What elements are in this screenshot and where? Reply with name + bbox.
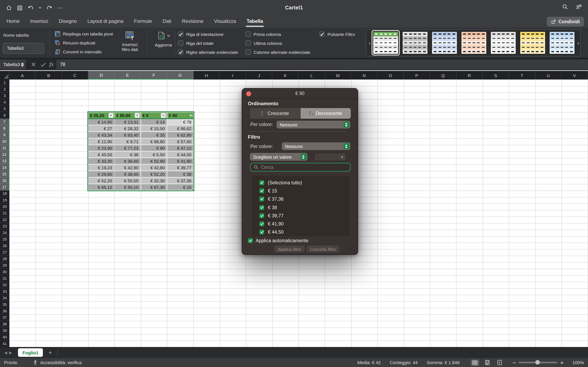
- row-header-14[interactable]: 14: [0, 164, 9, 171]
- row-header-2[interactable]: 2: [0, 86, 9, 92]
- undo-chevron-icon[interactable]: [38, 7, 42, 9]
- table-cell[interactable]: € 38,60: [114, 171, 141, 177]
- sheet-prev-icon[interactable]: ◀: [3, 350, 8, 355]
- row-header-34[interactable]: 34: [0, 295, 9, 301]
- row-header-7[interactable]: 7: [0, 119, 9, 125]
- table-name-input[interactable]: Tabella3: [3, 43, 44, 54]
- table-cell[interactable]: € 90: [141, 145, 167, 151]
- checkbox-checked-icon[interactable]: [259, 180, 264, 185]
- column-header-P[interactable]: P: [404, 71, 430, 80]
- table-cell[interactable]: € 42,80: [141, 164, 167, 171]
- table-cell[interactable]: € 45,50: [88, 151, 114, 158]
- row-header-31[interactable]: 31: [0, 275, 9, 282]
- column-header-L[interactable]: L: [299, 71, 325, 80]
- row-header-20[interactable]: 20: [0, 203, 9, 210]
- auto-apply-checkbox[interactable]: Applica automaticamente: [248, 238, 308, 243]
- column-header-S[interactable]: S: [483, 71, 509, 80]
- checkbox-checked-icon[interactable]: [259, 213, 264, 218]
- column-header-N[interactable]: N: [351, 71, 378, 80]
- table-cell[interactable]: € 67,30: [141, 184, 167, 191]
- table-cell[interactable]: € 41,90: [167, 158, 194, 164]
- row-header-41[interactable]: 41: [0, 341, 9, 347]
- status-average[interactable]: Media: € 42: [357, 360, 381, 365]
- row-header-25[interactable]: 25: [0, 236, 9, 243]
- table-cell[interactable]: € 55,55: [114, 177, 141, 184]
- table-style-orange[interactable]: [461, 31, 487, 54]
- row-header-29[interactable]: 29: [0, 262, 9, 269]
- column-header-T[interactable]: T: [509, 71, 535, 80]
- table-cell[interactable]: € 32,30: [141, 177, 167, 184]
- column-header-C[interactable]: C: [62, 71, 88, 80]
- filter-value-item[interactable]: € 15: [259, 187, 350, 195]
- table-cell[interactable]: € 12,90: [88, 138, 114, 145]
- name-box[interactable]: Tabella3: [0, 59, 26, 69]
- table-cell[interactable]: € 37,36: [167, 177, 194, 184]
- table-cell[interactable]: € 65,12: [88, 184, 114, 191]
- column-header-R[interactable]: R: [456, 71, 483, 80]
- tab-revisione[interactable]: Revisione: [182, 16, 203, 27]
- table-cell[interactable]: € 52,20: [141, 171, 167, 177]
- zoom-in-button[interactable]: +: [561, 359, 563, 366]
- column-header-D[interactable]: D: [88, 71, 114, 80]
- sheet-next-icon[interactable]: ▶: [8, 350, 13, 355]
- refresh-button[interactable]: Aggiorna: [152, 31, 175, 47]
- row-header-26[interactable]: 26: [0, 243, 9, 249]
- confirm-entry-icon[interactable]: [40, 59, 46, 70]
- name-box-stepper-icon[interactable]: [21, 62, 24, 67]
- combo-dropdown-icon[interactable]: ▼: [339, 153, 346, 161]
- table-cell[interactable]: € 15: [167, 184, 194, 191]
- tab-tabella[interactable]: Tabella: [247, 16, 263, 27]
- filter-sort-desc-icon[interactable]: ▾↓: [190, 113, 192, 117]
- row-header-21[interactable]: 21: [0, 210, 9, 217]
- row-header-18[interactable]: 18: [0, 191, 9, 197]
- filter-dropdown-icon[interactable]: ▼: [108, 113, 113, 118]
- option-colonne-alternate-evidenziate[interactable]: Colonne alternate evidenziate: [245, 49, 310, 55]
- add-sheet-button[interactable]: +: [47, 349, 53, 356]
- table-cell[interactable]: € 43,34: [88, 132, 114, 138]
- table-cell[interactable]: € 39,77: [167, 164, 194, 171]
- table-header-cell[interactable]: € 25,25▼: [88, 112, 114, 119]
- gallery-prev-icon[interactable]: ‹: [366, 40, 373, 46]
- table-cell[interactable]: € 52,20: [88, 177, 114, 184]
- filter-value-item[interactable]: € 41,90: [259, 220, 350, 228]
- row-header-16[interactable]: 16: [0, 177, 9, 184]
- row-header-22[interactable]: 22: [0, 217, 9, 223]
- table-cell[interactable]: € 38: [114, 151, 141, 158]
- clear-filter-button[interactable]: Cancella filtro: [307, 245, 339, 252]
- table-cell[interactable]: € 47,12: [167, 145, 194, 151]
- table-cell[interactable]: € 42,90: [114, 164, 141, 171]
- row-header-19[interactable]: 19: [0, 197, 9, 203]
- table-cell[interactable]: € 13,31: [114, 119, 141, 125]
- tab-home[interactable]: Home: [7, 16, 20, 27]
- zoom-slider-thumb[interactable]: [535, 360, 540, 365]
- home-icon[interactable]: [6, 4, 12, 11]
- table-cell[interactable]: € 52,90: [141, 158, 167, 164]
- checkbox-checked-icon[interactable]: [259, 197, 264, 202]
- table-header-cell[interactable]: € 6▼: [141, 112, 167, 119]
- tab-visualizza[interactable]: Visualizza: [214, 16, 236, 27]
- filter-value-item[interactable]: € 38: [259, 203, 350, 211]
- sheet-tab-foglio1[interactable]: Foglio1: [18, 348, 43, 357]
- row-header-1[interactable]: 1: [0, 80, 9, 86]
- column-header-U[interactable]: U: [535, 71, 562, 80]
- option-prima-colonna[interactable]: Prima colonna: [245, 31, 310, 37]
- row-header-28[interactable]: 28: [0, 256, 9, 262]
- table-cell[interactable]: € 63,40: [114, 132, 141, 138]
- table-cell[interactable]: € 15,50: [141, 125, 167, 132]
- zoom-slider[interactable]: [519, 362, 558, 363]
- tab-disegno[interactable]: Disegno: [59, 16, 77, 27]
- sort-descending-button[interactable]: ZA↓ Decrescente: [301, 108, 351, 119]
- filter-value-item[interactable]: € 39,77: [259, 212, 350, 220]
- option-ultima-colonna[interactable]: Ultima colonna: [245, 40, 310, 46]
- undo-icon[interactable]: [27, 4, 34, 11]
- people-comment-icon[interactable]: [575, 4, 582, 12]
- filter-dropdown-icon[interactable]: ▼: [161, 113, 166, 118]
- choose-value-dropdown[interactable]: Scegliere un valore: [250, 153, 307, 161]
- redo-icon[interactable]: [46, 4, 53, 11]
- formula-input[interactable]: 78: [56, 59, 588, 69]
- row-header-32[interactable]: 32: [0, 282, 9, 288]
- column-header-M[interactable]: M: [325, 71, 351, 80]
- column-header-E[interactable]: E: [114, 71, 141, 80]
- row-header-17[interactable]: 17: [0, 184, 9, 191]
- table-cell[interactable]: € 35: [141, 132, 167, 138]
